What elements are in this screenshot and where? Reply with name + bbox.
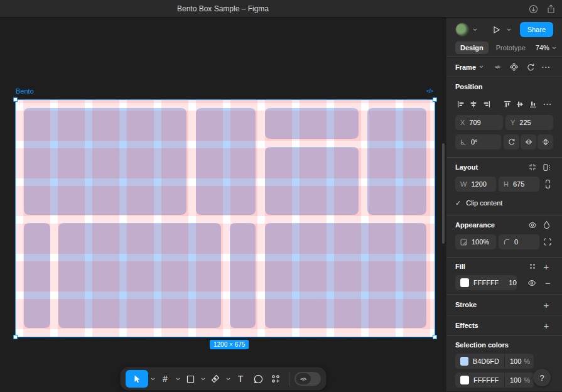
- clip-content-checkbox[interactable]: ✓: [455, 199, 461, 207]
- align-left-icon[interactable]: [455, 97, 467, 111]
- x-position-field[interactable]: X 709: [455, 115, 503, 130]
- frame-code-icon[interactable]: </>: [426, 88, 433, 94]
- selection-handle-top-right[interactable]: [433, 97, 437, 102]
- bento-card[interactable]: [24, 108, 186, 215]
- bento-card[interactable]: [58, 223, 221, 328]
- bento-card[interactable]: [265, 147, 359, 215]
- window-title: Bento Box Sample – Figma: [0, 0, 446, 18]
- zoom-control[interactable]: 74%: [536, 44, 556, 52]
- canvas[interactable]: Bento </> 1200 × 675: [0, 18, 446, 391]
- fill-opacity-field[interactable]: 100 %: [504, 279, 516, 286]
- help-button[interactable]: ?: [533, 369, 551, 386]
- remove-fill-icon[interactable]: −: [543, 276, 553, 290]
- pen-tool-button[interactable]: [207, 370, 224, 388]
- constrain-proportions-icon[interactable]: [542, 177, 553, 191]
- flip-vertical-icon[interactable]: [538, 134, 553, 150]
- dev-mode-icon: </>: [296, 373, 311, 384]
- selection-type-label: Frame: [455, 63, 476, 71]
- canvas-scrollbar[interactable]: [442, 143, 445, 244]
- text-tool-button[interactable]: T: [232, 370, 249, 388]
- selection-color-opacity-field[interactable]: 100 %: [505, 357, 534, 365]
- align-bottom-icon[interactable]: [527, 97, 539, 111]
- frame-name-label[interactable]: Bento: [16, 87, 34, 95]
- rotate-icon[interactable]: [504, 134, 519, 150]
- selection-handle-bottom-left[interactable]: [13, 335, 18, 339]
- pen-tool-menu-chevron[interactable]: [225, 370, 231, 388]
- fill-visibility-eye-icon[interactable]: [527, 276, 538, 290]
- blend-droplet-icon[interactable]: [539, 218, 553, 232]
- bento-card[interactable]: [24, 223, 50, 328]
- tab-prototype[interactable]: Prototype: [491, 41, 531, 54]
- selection-handle-top-left[interactable]: [13, 97, 18, 102]
- fill-swatch[interactable]: [460, 278, 469, 287]
- add-fill-icon[interactable]: +: [539, 259, 553, 273]
- present-chevron-icon[interactable]: [507, 28, 511, 31]
- selection-color-opacity-field[interactable]: 100 %: [505, 376, 534, 384]
- move-tool-button[interactable]: [126, 370, 148, 388]
- add-effect-icon[interactable]: +: [539, 318, 553, 332]
- tab-design[interactable]: Design: [455, 41, 489, 54]
- component-icon[interactable]: [507, 60, 521, 74]
- selection-type-dropdown[interactable]: Frame: [455, 63, 484, 71]
- bento-card[interactable]: [265, 223, 426, 328]
- zoom-value: 74%: [536, 44, 549, 52]
- rotation-field[interactable]: 0°: [455, 134, 501, 150]
- download-icon[interactable]: [528, 4, 538, 14]
- title-bar: Bento Box Sample – Figma: [0, 0, 562, 18]
- height-value: 675: [513, 180, 524, 188]
- height-field[interactable]: H 675: [499, 177, 539, 192]
- present-play-icon[interactable]: [493, 26, 500, 34]
- code-icon[interactable]: </>: [490, 60, 504, 74]
- bento-card[interactable]: [265, 108, 359, 139]
- share-button[interactable]: Share: [520, 22, 553, 37]
- align-top-icon[interactable]: [502, 97, 513, 111]
- flip-horizontal-icon[interactable]: [521, 134, 536, 150]
- y-value: 225: [519, 119, 531, 126]
- share-export-icon[interactable]: [546, 4, 556, 14]
- visibility-eye-icon[interactable]: [526, 218, 539, 232]
- fill-styles-icon[interactable]: [526, 259, 539, 273]
- selection-color-swatch[interactable]: [460, 357, 468, 366]
- bento-card[interactable]: [367, 108, 426, 215]
- frame-tool-button[interactable]: #: [157, 370, 173, 388]
- bento-frame[interactable]: [16, 100, 435, 337]
- selection-color-hex-field[interactable]: FFFFFF: [455, 376, 504, 384]
- y-position-field[interactable]: Y 225: [505, 115, 553, 130]
- selection-color-hex-field[interactable]: B4D6FD: [455, 357, 504, 366]
- opacity-field[interactable]: 100%: [455, 234, 496, 249]
- dev-mode-toggle[interactable]: </>: [295, 372, 321, 386]
- comment-tool-button[interactable]: [250, 370, 266, 388]
- right-panel: Share Design Prototype 74% Frame </>: [446, 18, 562, 391]
- fill-opacity-value: 100: [509, 279, 516, 286]
- bento-card[interactable]: [196, 108, 256, 215]
- independent-corners-icon[interactable]: [542, 235, 553, 249]
- rotation-angle-icon: [460, 139, 467, 145]
- bento-card[interactable]: [230, 223, 256, 328]
- shape-tool-menu-chevron[interactable]: [200, 370, 206, 388]
- frame-more-icon[interactable]: ···: [539, 60, 553, 74]
- avatar-chevron-icon[interactable]: [473, 28, 477, 31]
- instance-swap-icon[interactable]: [523, 60, 537, 74]
- height-label: H: [504, 180, 509, 188]
- selection-handle-bottom-right[interactable]: [433, 335, 437, 339]
- avatar[interactable]: [455, 23, 469, 36]
- selection-color-percent: %: [524, 376, 530, 384]
- layout-section-title: Layout: [455, 163, 478, 171]
- align-horizontal-center-icon[interactable]: [468, 97, 480, 111]
- align-vertical-center-icon[interactable]: [515, 97, 526, 111]
- fill-hex-field[interactable]: FFFFFF: [455, 278, 504, 287]
- frame-tool-menu-chevron[interactable]: [175, 370, 181, 388]
- width-field[interactable]: W 1200: [455, 177, 496, 192]
- auto-layout-icon[interactable]: [539, 160, 553, 174]
- actions-tool-button[interactable]: [267, 370, 284, 388]
- selection-color-percent: %: [524, 357, 530, 365]
- fill-section-title: Fill: [455, 263, 465, 270]
- add-stroke-icon[interactable]: +: [539, 298, 553, 312]
- selection-color-swatch[interactable]: [460, 376, 469, 384]
- position-more-icon[interactable]: ···: [543, 97, 554, 111]
- align-right-icon[interactable]: [481, 97, 492, 111]
- shape-tool-button[interactable]: [182, 370, 198, 388]
- move-tool-menu-chevron[interactable]: [149, 370, 156, 388]
- resize-to-fit-icon[interactable]: [526, 160, 539, 174]
- corner-radius-field[interactable]: 0: [499, 234, 539, 249]
